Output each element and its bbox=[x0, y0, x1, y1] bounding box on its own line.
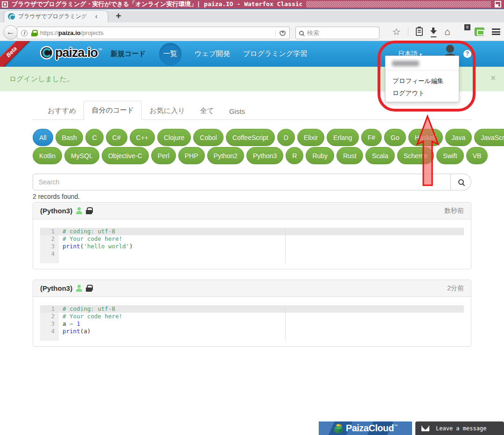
filter-pill-clojure[interactable]: Clojure bbox=[157, 129, 191, 146]
filter-pill-go[interactable]: Go bbox=[384, 129, 406, 146]
filter-pill-bash[interactable]: Bash bbox=[56, 129, 84, 146]
menu-item-0[interactable]: プロフィール編集 bbox=[385, 75, 459, 87]
line-number: 4 bbox=[40, 250, 59, 258]
search-button[interactable] bbox=[451, 174, 471, 190]
lock-icon bbox=[86, 285, 92, 292]
filter-pill-vb[interactable]: VB bbox=[466, 147, 488, 164]
code-text: # Your code here! bbox=[59, 235, 122, 243]
search-icon bbox=[299, 31, 304, 35]
filter-pill-cobol[interactable]: Cobol bbox=[193, 129, 224, 146]
tab-title-fade bbox=[82, 12, 96, 21]
shield-extension[interactable]: 8 bbox=[458, 27, 467, 37]
filter-pill-perl[interactable]: Perl bbox=[151, 147, 176, 164]
reload-button[interactable] bbox=[275, 30, 286, 36]
filter-pill-python3[interactable]: Python3 bbox=[246, 147, 283, 164]
filter-pill-f#[interactable]: F# bbox=[361, 129, 382, 146]
filter-pill-elixir[interactable]: Elixir bbox=[297, 129, 324, 146]
tab-1[interactable]: 自分のコード bbox=[84, 101, 142, 120]
filter-pill-scheme[interactable]: Scheme bbox=[397, 147, 434, 164]
tab-0[interactable]: おすすめ bbox=[40, 102, 84, 120]
code-token: # Your code here! bbox=[63, 313, 122, 320]
paizacloud-tm: ™ bbox=[394, 424, 398, 428]
code-line: 2# Your code here! bbox=[40, 313, 464, 320]
home-icon[interactable]: ⌂ bbox=[444, 27, 450, 36]
filter-pill-all[interactable]: All bbox=[33, 129, 53, 146]
search-input[interactable] bbox=[33, 174, 451, 190]
code-card-header: (Python3) 数秒前 bbox=[33, 203, 471, 219]
filter-pill-erlang[interactable]: Erlang bbox=[327, 129, 358, 146]
paiza-logo[interactable]: paiza.io ™ bbox=[39, 45, 102, 60]
user-icon bbox=[76, 285, 83, 292]
url-text[interactable]: https://paiza.io/projects bbox=[40, 29, 273, 36]
filter-pill-python2[interactable]: Python2 bbox=[207, 147, 244, 164]
nav-item-0[interactable]: 新規コード bbox=[111, 49, 146, 58]
code-token: 'hello world' bbox=[84, 243, 129, 250]
filter-pill-c#[interactable]: C# bbox=[106, 129, 127, 146]
filter-pill-php[interactable]: PHP bbox=[178, 147, 205, 164]
tab-2[interactable]: お気に入り bbox=[142, 102, 192, 120]
window-menu-icon[interactable] bbox=[2, 1, 8, 7]
tab-3[interactable]: 全て bbox=[193, 102, 222, 120]
menu-item-1[interactable]: ログアウト bbox=[385, 87, 459, 99]
tab-4[interactable]: Gists bbox=[222, 103, 252, 120]
filter-pill-swift[interactable]: Swift bbox=[436, 147, 463, 164]
code-line: 3print('hello world') bbox=[40, 243, 464, 250]
beta-ribbon: Beta bbox=[0, 41, 33, 67]
code-card[interactable]: (Python3) 数秒前 1# coding: utf-82# Your co… bbox=[33, 202, 471, 269]
filter-pill-coffeescript[interactable]: CoffeeScript bbox=[226, 129, 275, 146]
filter-pill-haskell[interactable]: Haskell bbox=[408, 129, 443, 146]
nav-item-3[interactable]: プログラミング学習 bbox=[243, 49, 307, 58]
filter-pill-java[interactable]: Java bbox=[445, 129, 472, 146]
line-number bbox=[40, 258, 59, 263]
downloads-icon[interactable] bbox=[430, 28, 437, 36]
filter-pill-kotlin[interactable]: Kotlin bbox=[33, 147, 62, 164]
code-card-header: (Python3) 2分前 bbox=[33, 280, 471, 297]
page-info-icon[interactable]: i bbox=[21, 30, 28, 36]
browser-tab[interactable]: ブラウザでプログラミング × bbox=[4, 10, 108, 22]
paizacloud-banner[interactable]: PaizaCloud ™ bbox=[319, 421, 412, 435]
filter-pill-rust[interactable]: Rust bbox=[336, 147, 363, 164]
bookmark-star-icon[interactable]: ☆ bbox=[392, 27, 400, 36]
code-token: a bbox=[63, 320, 70, 327]
paiza-logo-icon bbox=[39, 45, 54, 60]
editor-split-divider bbox=[285, 305, 286, 341]
leave-message-widget[interactable]: Leave a message bbox=[415, 421, 504, 435]
alert-close-icon[interactable]: × bbox=[490, 73, 496, 83]
browser-search-box[interactable]: 検索 bbox=[295, 27, 379, 39]
url-bar[interactable]: i https://paiza.io/projects bbox=[17, 27, 290, 39]
bookmarks-panel-icon[interactable] bbox=[416, 28, 423, 36]
titlebar-drag-area[interactable] bbox=[306, 1, 491, 7]
filter-pill-javascript[interactable]: JavaScript bbox=[474, 129, 504, 146]
filter-pill-d[interactable]: D bbox=[277, 129, 295, 146]
main-nav: 新規コード一覧ウェブ開発プログラミング学習 bbox=[111, 41, 307, 67]
code-text: # coding: utf-8 bbox=[59, 228, 115, 235]
filter-pill-objective-c[interactable]: Objective-C bbox=[102, 147, 149, 164]
code-search bbox=[33, 174, 471, 190]
filter-pill-scala[interactable]: Scala bbox=[365, 147, 395, 164]
filter-pill-ruby[interactable]: Ruby bbox=[306, 147, 334, 164]
filter-pill-r[interactable]: R bbox=[286, 147, 303, 164]
paiza-favicon-icon bbox=[8, 13, 15, 20]
back-button[interactable]: ← bbox=[3, 25, 18, 40]
line-number: 1 bbox=[40, 228, 59, 235]
code-card-title[interactable]: (Python3) bbox=[40, 284, 72, 292]
lock-icon bbox=[86, 207, 92, 214]
ssl-lock-icon[interactable] bbox=[31, 30, 37, 36]
filter-pill-c[interactable]: C bbox=[85, 129, 103, 146]
code-card-title[interactable]: (Python3) bbox=[40, 207, 72, 215]
code-token: # coding: utf-8 bbox=[63, 228, 115, 235]
nav-item-2[interactable]: ウェブ開発 bbox=[195, 49, 230, 58]
window-restore-icon[interactable] bbox=[495, 1, 501, 7]
line-number: 4 bbox=[40, 328, 59, 335]
help-icon[interactable]: ? bbox=[463, 50, 471, 58]
code-line: 1# coding: utf-8 bbox=[40, 228, 464, 235]
code-line: 3a = 1 bbox=[40, 320, 464, 328]
extension-icon[interactable] bbox=[475, 28, 484, 36]
nav-item-1[interactable]: 一覧 bbox=[159, 43, 182, 65]
code-token: print bbox=[63, 243, 80, 250]
new-tab-button[interactable]: + bbox=[112, 11, 125, 21]
code-card[interactable]: (Python3) 2分前 1# coding: utf-82# Your co… bbox=[33, 280, 471, 347]
filter-pill-c++[interactable]: C++ bbox=[130, 129, 155, 146]
filter-pill-mysql[interactable]: MySQL bbox=[64, 147, 99, 164]
hamburger-menu-icon[interactable] bbox=[492, 28, 500, 35]
